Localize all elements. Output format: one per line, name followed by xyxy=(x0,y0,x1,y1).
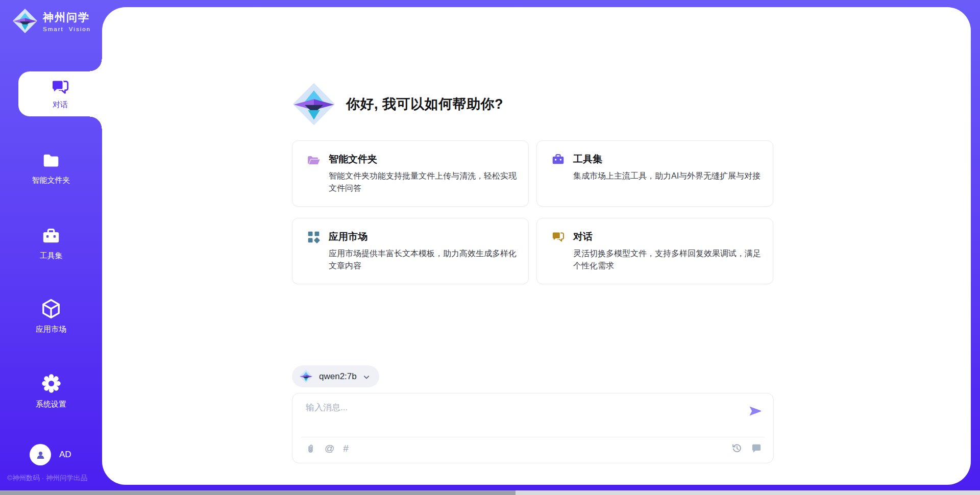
app-title: 神州问学 xyxy=(43,10,91,24)
card-smart-folder[interactable]: 智能文件夹 智能文件夹功能支持批量文件上传与清洗，轻松实现文件问答 xyxy=(292,140,529,207)
send-icon[interactable] xyxy=(748,404,762,418)
chat-bubbles-icon xyxy=(51,78,70,96)
toolbox-icon xyxy=(551,153,565,166)
user-initials: AD xyxy=(59,450,71,460)
gem-logo-icon xyxy=(12,8,38,34)
card-title: 工具集 xyxy=(573,152,761,166)
tab-fillet-bottom xyxy=(90,116,102,129)
greeting-title: 你好, 我可以如何帮助你? xyxy=(346,95,503,113)
gear-icon xyxy=(40,373,62,394)
feature-cards: 智能文件夹 智能文件夹功能支持批量文件上传与清洗，轻松实现文件问答 工具集 集成… xyxy=(292,140,773,284)
model-selector[interactable]: qwen2:7b xyxy=(292,365,379,387)
sidebar-item-label: 对话 xyxy=(53,100,68,110)
card-title: 智能文件夹 xyxy=(329,152,518,166)
sidebar-item-app-market[interactable]: 应用市场 xyxy=(0,298,102,334)
sidebar-item-settings[interactable]: 系统设置 xyxy=(0,373,102,409)
sidebar-item-label: 工具集 xyxy=(40,251,63,261)
card-description: 灵活切换多模型文件，支持多样回复效果调试，满足个性化需求 xyxy=(573,247,763,272)
card-description: 智能文件夹功能支持批量文件上传与清洗，轻松实现文件问答 xyxy=(329,170,518,194)
paperclip-icon[interactable] xyxy=(305,443,316,454)
apps-grid-icon xyxy=(307,230,321,244)
person-icon xyxy=(35,449,46,461)
message-input[interactable] xyxy=(306,402,745,431)
sidebar-item-toolset[interactable]: 工具集 xyxy=(0,227,102,261)
card-description: 应用市场提供丰富长文本模板，助力高效生成多样化文章内容 xyxy=(329,247,518,272)
horizontal-scrollbar[interactable] xyxy=(0,490,980,495)
app-subtitle: Smart Vision xyxy=(43,26,91,32)
chat-bubble-icon[interactable] xyxy=(751,443,762,454)
sidebar-item-label: 智能文件夹 xyxy=(32,176,70,185)
at-icon[interactable]: @ xyxy=(325,443,334,454)
gem-logo-icon xyxy=(299,369,313,383)
hash-icon[interactable]: # xyxy=(343,443,349,454)
card-description: 集成市场上主流工具，助力AI与外界无缝扩展与对接 xyxy=(573,170,761,182)
copyright-text: ©神州数码 · 神州问学出品 xyxy=(7,474,87,483)
scrollbar-thumb[interactable] xyxy=(0,490,516,495)
card-toolset[interactable]: 工具集 集成市场上主流工具，助力AI与外界无缝扩展与对接 xyxy=(536,140,773,207)
app-logo: 神州问学 Smart Vision xyxy=(12,8,91,34)
message-composer: @ # xyxy=(292,393,774,463)
avatar[interactable] xyxy=(30,444,51,465)
folder-icon xyxy=(41,151,61,170)
chevron-down-icon xyxy=(363,374,370,381)
gem-logo-icon xyxy=(292,82,336,126)
card-app-market[interactable]: 应用市场 应用市场提供丰富长文本模板，助力高效生成多样化文章内容 xyxy=(292,218,529,284)
user-profile[interactable]: AD xyxy=(30,444,71,465)
cube-icon xyxy=(40,298,62,319)
history-icon[interactable] xyxy=(731,443,742,454)
tab-fillet-top xyxy=(90,59,102,71)
card-title: 对话 xyxy=(573,230,763,244)
sidebar-item-label: 系统设置 xyxy=(36,400,66,409)
folder-open-icon xyxy=(307,153,321,166)
toolbox-icon xyxy=(41,227,61,246)
sidebar-item-chat[interactable]: 对话 xyxy=(18,71,102,116)
chat-bubbles-icon xyxy=(551,230,565,244)
sidebar-item-smart-folder[interactable]: 智能文件夹 xyxy=(0,151,102,185)
greeting-hero: 你好, 我可以如何帮助你? xyxy=(292,82,503,127)
composer-divider xyxy=(302,437,764,437)
sidebar-item-label: 应用市场 xyxy=(36,325,66,334)
model-name: qwen2:7b xyxy=(319,372,357,382)
card-title: 应用市场 xyxy=(329,230,518,244)
card-chat[interactable]: 对话 灵活切换多模型文件，支持多样回复效果调试，满足个性化需求 xyxy=(536,218,773,284)
